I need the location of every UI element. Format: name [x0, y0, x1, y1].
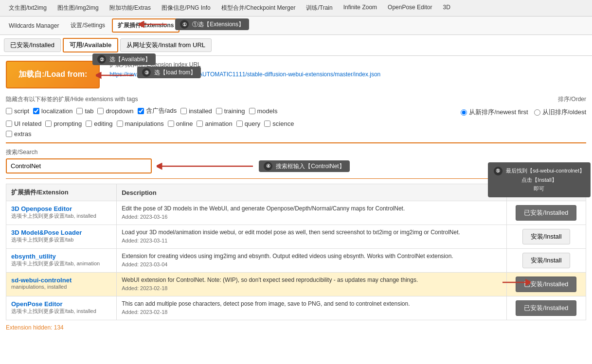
callout-available: ② 选【Available】 [92, 53, 156, 65]
nav-train[interactable]: 训练/Train [301, 2, 337, 14]
ext-action-cell: 已安装/Installed [506, 296, 586, 320]
main-content: 加载自:/Load from: ③ 选【load from】 扩展列表网址/Ex… [0, 56, 592, 336]
ext-name-cell: OpenPose Editor 选项卡上找到更多设置/tab, installe… [6, 296, 117, 320]
ext-date: Added: 2023-02-18 [122, 285, 501, 291]
filter-animation[interactable]: animation [197, 120, 232, 127]
checkbox-extras[interactable] [6, 131, 12, 137]
filter-dropdown[interactable]: dropdown [97, 107, 133, 115]
filter-extras[interactable]: extras [6, 130, 31, 138]
ext-desc: Extension for creating videos using img2… [122, 253, 501, 260]
nav-txt2img[interactable]: 文生图/txt2img [4, 2, 52, 14]
radio-newest[interactable] [461, 109, 467, 116]
checkbox-training[interactable] [216, 108, 222, 114]
checkbox-prompting[interactable] [45, 121, 52, 127]
nav-img2img[interactable]: 图生图/img2img [53, 2, 104, 14]
ext-action-cell: 已安装/Installed ⑤ 最后找到【sd-webui-controlnet… [506, 201, 586, 225]
filter-manipulations[interactable]: manipulations [117, 120, 164, 127]
filter-query[interactable]: query [236, 120, 261, 127]
callout-extensions: ① ①选【Extensions】 [175, 18, 249, 30]
filter-prompting[interactable]: prompting [45, 120, 82, 127]
tab-install-url[interactable]: 从网址安装/Install from URL [120, 38, 212, 52]
filter-tab[interactable]: tab [76, 107, 93, 115]
arrow-extensions [139, 17, 168, 31]
ext-desc-cell: Load your 3D model/animation inside webu… [117, 225, 506, 249]
filter-row-2: UI related prompting editing manipulatio… [6, 120, 586, 127]
filter-row-3: extras [6, 130, 586, 138]
radio-oldest[interactable] [534, 109, 540, 116]
ext-date: Added: 2023-03-11 [122, 238, 501, 243]
tab-installed[interactable]: 已安装/Installed [4, 38, 61, 52]
hide-filters-label: 隐藏含有以下标签的扩展/Hide extensions with tags [6, 95, 138, 104]
ext-name[interactable]: 3D Openpose Editor [11, 205, 111, 212]
ext-name[interactable]: ebsynth_utility [11, 253, 111, 260]
arrow-load-from [96, 70, 135, 80]
search-input[interactable] [6, 158, 152, 173]
ext-action-cell: 安装/Install [506, 225, 586, 249]
checkbox-installed[interactable] [180, 108, 187, 114]
ext-desc: Load your 3D model/animation inside webu… [122, 229, 501, 236]
ext-name[interactable]: OpenPose Editor [11, 300, 111, 308]
checkbox-query[interactable] [236, 121, 243, 127]
table-row: 3D Model&Pose Loader 选项卡上找到更多设置/tab Load… [6, 225, 586, 249]
callout-search: ④ 搜索框输入【ControlNet】 [259, 160, 350, 172]
filter-models[interactable]: models [249, 107, 278, 115]
filter-science[interactable]: science [264, 120, 294, 127]
callout-install: ⑤ 最后找到【sd-webui-controlnet】点击【Install】即可 [488, 162, 591, 197]
order-newest[interactable]: 从新排序/newest first [461, 108, 528, 117]
order-label: 排序/Order [558, 95, 586, 104]
footer-text: Extension hidden: 134 [6, 324, 586, 331]
checkbox-editing[interactable] [86, 121, 92, 127]
nav-checkpoint[interactable]: 模型合并/Checkpoint Merger [216, 2, 301, 14]
checkbox-online[interactable] [168, 121, 174, 127]
checkbox-models[interactable] [249, 108, 255, 114]
checkbox-dropdown[interactable] [97, 108, 104, 114]
ext-date: Added: 2023-02-18 [122, 309, 501, 315]
nav-settings[interactable]: 设置/Settings [66, 19, 110, 32]
callout-load-from: ③ 选【load from】 [137, 67, 201, 78]
checkbox-ui-related[interactable] [6, 121, 12, 127]
ext-desc: Edit the pose of 3D models in the WebUI,… [122, 205, 501, 212]
ext-tags: manipulations, installed [11, 284, 111, 290]
arrow-install [502, 277, 531, 287]
filter-ads[interactable]: 含广告/ads [138, 106, 177, 115]
checkbox-manipulations[interactable] [117, 121, 123, 127]
ext-tags: 选项卡上找到更多设置/tab [11, 236, 111, 243]
filter-training[interactable]: training [216, 107, 245, 115]
sub-tab-bar: 已安装/Installed 可用/Available 从网址安装/Install… [0, 35, 592, 56]
checkbox-ads[interactable] [138, 108, 144, 114]
checkbox-script[interactable] [6, 108, 12, 114]
filter-ui-related[interactable]: UI related [6, 120, 41, 127]
ext-name[interactable]: 3D Model&Pose Loader [11, 229, 111, 236]
order-oldest[interactable]: 从旧排序/oldest [534, 108, 586, 117]
checkbox-tab[interactable] [76, 108, 83, 114]
ext-name-cell: 3D Openpose Editor 选项卡上找到更多设置/tab, insta… [6, 201, 117, 225]
ext-name[interactable]: sd-webui-controlnet [11, 277, 111, 284]
filter-localization[interactable]: localization [33, 107, 72, 115]
filter-script[interactable]: script [6, 107, 29, 115]
install-button-2[interactable]: 安装/Install [522, 229, 570, 244]
table-row: 3D Openpose Editor 选项卡上找到更多设置/tab, insta… [6, 201, 586, 225]
filter-editing[interactable]: editing [86, 120, 112, 127]
nav-infinite-zoom[interactable]: Infinite Zoom [339, 2, 382, 14]
top-nav-row1: 文生图/txt2img 图生图/img2img 附加功能/Extras 图像信息… [0, 0, 592, 17]
filter-section: 隐藏含有以下标签的扩展/Hide extensions with tags 排序… [6, 95, 586, 138]
table-row: ebsynth_utility 选项卡上找到更多设置/tab, animatio… [6, 249, 586, 273]
checkbox-science[interactable] [264, 121, 270, 127]
checkbox-animation[interactable] [197, 121, 203, 127]
tab-available[interactable]: 可用/Available [63, 38, 118, 52]
nav-wildcards[interactable]: Wildcards Manager [4, 20, 64, 31]
filter-online[interactable]: online [168, 120, 193, 127]
installed-button-1[interactable]: 已安装/Installed [516, 205, 576, 221]
filter-installed[interactable]: installed [180, 107, 212, 115]
arrow-search [157, 161, 254, 171]
installed-button-5[interactable]: 已安装/Installed [516, 300, 576, 316]
checkbox-localization[interactable] [33, 108, 39, 114]
ext-tags: 选项卡上找到更多设置/tab, installed [11, 212, 111, 220]
nav-3d[interactable]: 3D [438, 2, 455, 14]
install-button-3[interactable]: 安装/Install [522, 253, 570, 268]
nav-png-info[interactable]: 图像信息/PNG Info [157, 2, 215, 14]
nav-extras[interactable]: 附加功能/Extras [105, 2, 156, 14]
load-from-button[interactable]: 加载自:/Load from: [6, 61, 100, 88]
ext-desc-cell: This can add multiple pose characters, d… [117, 296, 506, 320]
nav-openpose-editor[interactable]: OpenPose Editor [383, 2, 437, 14]
